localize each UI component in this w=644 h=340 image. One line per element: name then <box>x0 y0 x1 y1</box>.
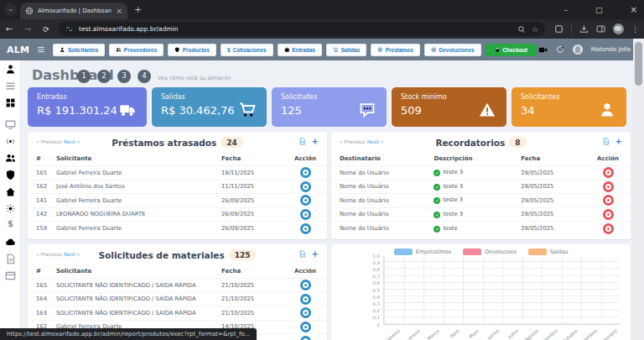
delete-action-button[interactable] <box>603 181 614 192</box>
view-action-button[interactable] <box>300 181 311 192</box>
sidebar-user-icon[interactable] <box>5 64 16 75</box>
sidebar-monitor-icon[interactable] <box>5 119 16 130</box>
side-panel-icon[interactable] <box>596 24 605 34</box>
site-info-icon[interactable] <box>65 25 73 33</box>
sidebar-dollar-icon[interactable]: $ <box>5 219 16 228</box>
report-file-icon[interactable] <box>299 250 306 258</box>
tab-favicon-globe-icon <box>25 7 34 15</box>
new-tab-button[interactable]: + <box>134 4 142 15</box>
report-file-icon[interactable] <box>299 138 306 145</box>
zoom-icon[interactable] <box>517 25 526 34</box>
nav-proveedores-button[interactable]: Proveedores <box>109 44 164 56</box>
add-icon[interactable]: + <box>312 250 319 258</box>
step-3-button[interactable]: 3 <box>117 70 131 83</box>
card-stock-minimo[interactable]: Stock minimo 509 <box>392 87 506 127</box>
report-file-icon[interactable] <box>602 138 610 145</box>
window-close-button[interactable]: × <box>631 5 637 14</box>
nav-salidas-button[interactable]: Salidas <box>326 44 366 56</box>
downloads-icon[interactable] <box>579 24 589 34</box>
sidebar-dashboard-grid-icon[interactable] <box>5 97 16 108</box>
panel-recordatorios: « Previous Next » Recordatorios8 + Desti… <box>331 132 631 239</box>
address-bar[interactable]: test.almoxarifado.app.br/admin ☆ <box>59 22 545 36</box>
add-icon[interactable]: + <box>312 138 319 145</box>
table-row: 164SOLICITANTE NÃO IDENTIFICADO / SAÍDA … <box>28 292 327 306</box>
bookmark-star-icon[interactable]: ☆ <box>532 25 538 34</box>
add-icon[interactable]: + <box>615 138 622 145</box>
step-4-button[interactable]: 4 <box>138 70 151 83</box>
video-icon[interactable] <box>538 45 548 55</box>
sidebar-broadcast-icon[interactable] <box>5 136 16 147</box>
sidebar-cloud-icon[interactable] <box>5 237 16 248</box>
sidebar-users-icon[interactable] <box>5 153 16 164</box>
window-maximize-button[interactable]: □ <box>595 6 603 14</box>
comment-icon <box>359 102 376 118</box>
forward-button[interactable]: → <box>18 24 37 34</box>
nav-entradas-button[interactable]: Entradas <box>278 44 322 56</box>
circle-dot-icon <box>431 47 437 53</box>
reload-button[interactable]: ⟳ <box>37 25 55 34</box>
sidebar-gear-icon[interactable] <box>5 203 16 214</box>
view-action-button[interactable] <box>300 322 311 332</box>
page-scrollbar[interactable] <box>633 39 644 340</box>
sidebar-menu-lines-icon[interactable] <box>5 81 16 92</box>
x-axis-tick: Fevereiro <box>402 328 421 340</box>
sidebar-home-icon[interactable] <box>5 186 16 197</box>
sync-icon[interactable] <box>556 45 564 54</box>
browser-tab[interactable]: Almoxarifado | Dashboard × <box>20 3 127 19</box>
column-header: Acción <box>287 152 327 166</box>
card-entradas[interactable]: Entradas R$ 191.301,24 <box>28 87 147 127</box>
card-solicitantes[interactable]: Solicitantes 34 <box>512 87 626 127</box>
extensions-icon[interactable] <box>554 24 564 34</box>
sidebar-file-icon[interactable] <box>5 254 16 264</box>
legend-item-emprestimos[interactable]: Emprestimos <box>394 248 452 255</box>
url-text[interactable]: test.almoxarifado.app.br/admin <box>79 25 512 33</box>
view-action-button[interactable] <box>300 280 311 290</box>
scrollbar-thumb[interactable] <box>635 42 642 86</box>
nav-prestamos-button[interactable]: Prestamos <box>371 44 420 56</box>
legend-item-saidas[interactable]: Saidas <box>528 248 568 255</box>
view-action-button[interactable] <box>300 223 311 234</box>
hamburger-menu-icon[interactable] <box>37 45 45 54</box>
user-icon <box>60 47 65 53</box>
checkout-button[interactable]: Checkout <box>486 44 537 56</box>
view-action-button[interactable] <box>300 336 311 340</box>
y-axis-tick: 0,3 <box>363 301 380 306</box>
delete-action-button[interactable] <box>603 209 614 220</box>
browser-profile-avatar[interactable] <box>613 24 624 34</box>
legend-swatch <box>528 248 547 255</box>
tab-search-button[interactable]: ⌄ <box>4 3 17 16</box>
nav-devoluciones-button[interactable]: Devoluciones <box>424 44 481 56</box>
browser-menu-icon[interactable]: ⋮ <box>631 25 639 34</box>
tab-close-icon[interactable]: × <box>116 8 122 15</box>
delete-action-button[interactable] <box>603 223 614 234</box>
table-row: Nome do Usuário✓teste 329/05/2025 <box>331 207 631 222</box>
sidebar-shield-icon[interactable] <box>5 170 16 180</box>
user-avatar[interactable] <box>573 44 583 55</box>
view-action-button[interactable] <box>300 195 311 206</box>
view-action-button[interactable] <box>300 167 311 178</box>
view-action-button[interactable] <box>300 209 311 220</box>
table-row: Nome do Usuário✓teste 329/05/2025 <box>331 166 631 180</box>
legend-item-devolucoes[interactable]: Devolucoes <box>463 248 517 255</box>
view-action-button[interactable] <box>300 307 311 318</box>
sidebar-table-icon[interactable] <box>5 270 16 281</box>
step-1-button[interactable]: 1 <box>77 70 91 83</box>
nav-productos-button[interactable]: Productos <box>168 44 216 56</box>
check-icon: ✓ <box>434 184 440 191</box>
check-icon: ✓ <box>434 212 440 218</box>
card-solicitudes[interactable]: Solicitudes 125 <box>272 87 387 127</box>
window-minimize-button[interactable]: – <box>564 6 569 14</box>
delete-action-button[interactable] <box>603 195 614 206</box>
x-axis-tick: Julho <box>507 328 519 339</box>
user-name[interactable]: Matondo Jollo <box>591 46 631 53</box>
card-salidas[interactable]: Salidas R$ 30.462,76 <box>152 87 267 127</box>
delete-action-button[interactable] <box>603 167 614 178</box>
nav-solicitantes-button[interactable]: Solicitantes <box>53 44 105 56</box>
step-2-button[interactable]: 2 <box>97 70 111 83</box>
table-row: 163SOLICITANTE NÃO IDENTIFICADO / SAÍDA … <box>28 306 327 321</box>
nav-cotizaciones-button[interactable]: $Cotizaciones <box>221 44 273 56</box>
column-header: # <box>28 152 56 166</box>
view-action-button[interactable] <box>300 294 311 305</box>
back-button[interactable]: ← <box>0 24 18 34</box>
y-axis-tick: 0,6 <box>363 280 380 285</box>
